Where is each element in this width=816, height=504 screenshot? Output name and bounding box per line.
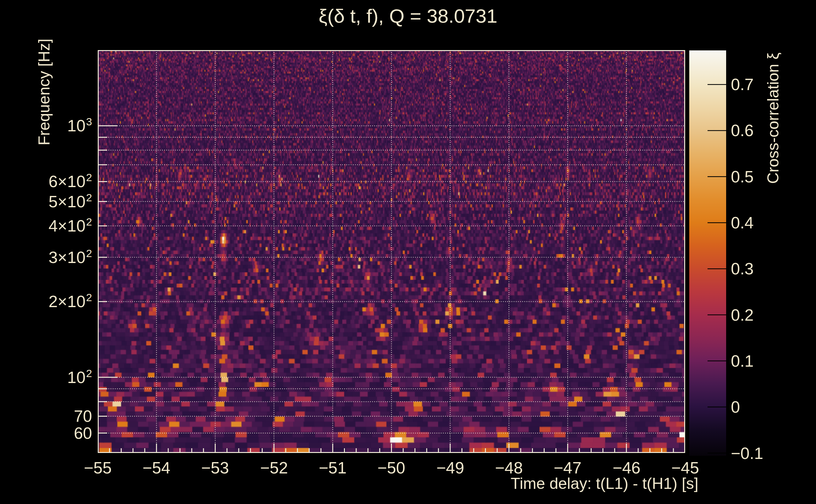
y-tick-label: 2×102 — [9, 291, 92, 312]
x-tick-label: −54 — [128, 458, 185, 477]
y-tick-label: 102 — [9, 367, 92, 387]
y-tick-label: 5×102 — [9, 192, 92, 212]
y-tick-label: 6×102 — [9, 171, 92, 192]
colorbar-tick-label: 0.2 — [731, 305, 754, 325]
y-tick-label: 103 — [9, 116, 92, 136]
colorbar-tick-label: 0.5 — [731, 167, 754, 187]
x-tick-label: −48 — [480, 458, 537, 477]
x-tick-label: −53 — [187, 458, 244, 477]
colorbar-tick-label: 0.4 — [731, 213, 754, 233]
y-tick-label: 3×102 — [9, 247, 92, 267]
y-tick-label: 4×102 — [9, 216, 92, 236]
spectrogram-plot-canvas — [98, 50, 685, 453]
colorbar-title: Cross-correlation ξ — [764, 53, 782, 184]
colorbar-tick-label: 0 — [731, 397, 740, 417]
y-tick-label: 60 — [9, 423, 92, 443]
chart-title: ξ(δ t, f), Q = 38.0731 — [0, 4, 816, 28]
colorbar-canvas — [689, 50, 726, 456]
spectrogram-figure: ξ(δ t, f), Q = 38.0731 Frequency [Hz] Ti… — [0, 0, 816, 504]
colorbar-tick-label: 0.7 — [731, 74, 754, 95]
x-tick-label: −51 — [304, 458, 361, 477]
x-tick-label: −46 — [598, 458, 655, 477]
x-tick-label: −47 — [539, 458, 596, 477]
x-tick-label: −49 — [422, 458, 479, 477]
x-tick-label: −52 — [246, 458, 302, 477]
colorbar-tick-label: 0.6 — [731, 120, 754, 140]
x-tick-label: −45 — [657, 458, 714, 477]
x-tick-label: −55 — [69, 458, 126, 477]
x-tick-label: −50 — [363, 458, 420, 477]
colorbar-tick-label: 0.1 — [731, 351, 754, 371]
colorbar-tick-label: −0.1 — [731, 443, 763, 463]
colorbar-tick-label: 0.3 — [731, 259, 754, 279]
